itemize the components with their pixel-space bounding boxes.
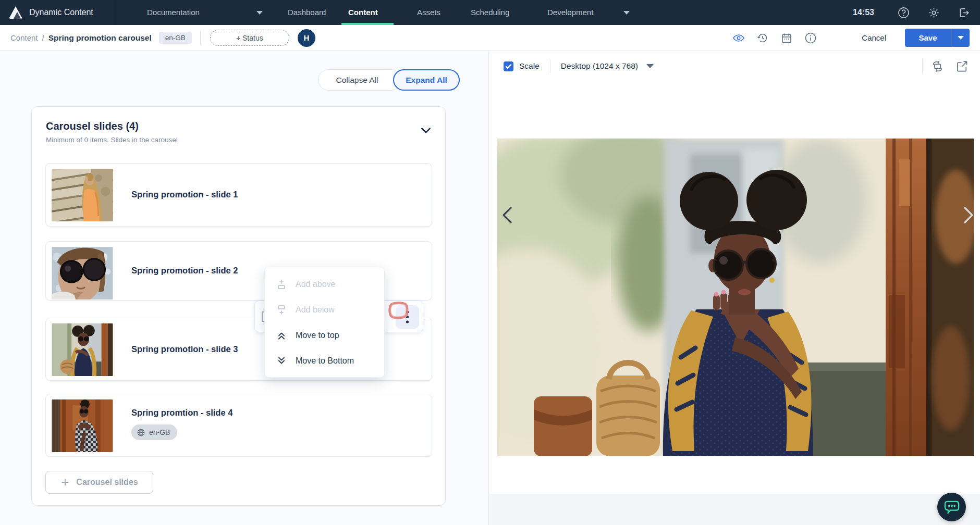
page-title: Spring promotion carousel [48,33,152,43]
card-title: Carousel slides (4) [46,120,139,132]
toolbar-divider [922,59,923,73]
save-button[interactable]: Save [905,29,951,47]
preview-toolbar-actions [922,59,980,73]
documentation-caret-icon[interactable] [256,11,263,15]
header-actions: Cancel Save [732,29,980,47]
support-chat-button[interactable] [937,493,966,521]
dynamic-content-app: Dynamic Content Documentation Dashboard … [0,0,980,525]
avatar[interactable]: H [298,29,315,47]
slide-2-thumbnail [52,247,113,299]
slide-4-thumbnail [52,399,113,452]
slide-kebab-menu-button[interactable] [396,305,419,329]
breadcrumb-root[interactable]: Content [10,33,38,42]
menu-item-move-to-top[interactable]: Move to top [265,322,384,348]
development-caret-icon[interactable] [623,11,630,15]
chevron-right-icon [965,208,972,222]
carousel-prev-arrow[interactable] [497,201,518,230]
double-chevron-down-icon [276,356,287,366]
version-history-icon[interactable] [756,32,769,44]
tab-dashboard[interactable]: Dashboard [288,0,326,25]
amplience-logo-icon[interactable] [8,5,23,20]
menu-item-label: Move to top [296,331,339,340]
menu-item-label: Move to Bottom [296,356,354,366]
menu-development[interactable]: Development [547,0,593,25]
chat-bubble-icon [944,499,960,515]
tab-assets[interactable]: Assets [417,0,440,25]
clock-time: 14:53 [853,0,874,25]
double-chevron-up-icon [276,330,287,341]
menu-item-add-below[interactable]: Add below [265,297,384,322]
menu-item-add-above[interactable]: Add above [265,271,384,297]
header-divider [200,31,201,45]
tab-scheduling[interactable]: Scheduling [471,0,509,25]
menu-item-move-to-bottom[interactable]: Move to Bottom [265,348,384,373]
app-title: Dynamic Content [29,0,93,25]
open-external-icon[interactable] [956,60,969,73]
info-icon[interactable] [804,32,817,44]
plus-icon [60,478,70,487]
slide-title: Spring promtion - slide 4 [131,408,232,418]
preview-image [497,139,974,456]
collapse-section-chevron-icon[interactable] [419,123,433,137]
slide-1-thumbnail [52,169,113,221]
slide-row-1[interactable]: Spring promotion - slide 1 [45,163,432,227]
slide-3-thumbnail [52,323,113,376]
save-options-caret[interactable] [951,29,970,47]
slide-title: Spring promotion - slide 2 [131,266,238,276]
slide-context-menu: Add above Add below Move to top Move to … [264,267,385,378]
menu-item-label: Add above [296,280,336,289]
refresh-preview-icon[interactable] [931,60,944,73]
visualization-panel: Scale Desktop (1024 x 768) [489,51,980,525]
add-status-button[interactable]: + Status [210,30,289,46]
preview-toolbar: Scale Desktop (1024 x 768) [489,51,980,81]
preview-eye-icon[interactable] [732,32,745,44]
help-icon[interactable] [898,7,910,19]
insert-below-icon [276,305,287,315]
collapse-all-button[interactable]: Collapse All [318,69,401,91]
device-select[interactable]: Desktop (1024 x 768) [561,61,654,71]
scale-checkbox[interactable] [504,61,513,71]
menu-item-label: Add below [296,305,335,315]
cancel-button[interactable]: Cancel [862,33,886,42]
content-form-panel: Collapse All Expand All Carousel slides … [0,51,489,525]
chevron-left-icon [504,208,511,222]
slide-title: Spring promotion - slide 3 [131,344,238,354]
settings-gear-icon[interactable] [928,7,940,19]
menu-documentation[interactable]: Documentation [147,0,200,25]
caret-down-icon [958,36,964,40]
caret-down-icon [646,64,654,68]
logout-icon[interactable] [958,7,970,19]
scale-label: Scale [519,61,540,71]
carousel-next-arrow[interactable] [958,201,979,230]
device-select-value: Desktop (1024 x 768) [561,61,638,71]
top-nav-bar: Dynamic Content Documentation Dashboard … [0,0,980,25]
card-subtitle: Minimum of 0 items. Slides in the carous… [46,136,178,144]
topbar-divider [116,0,116,25]
toolbar-divider [550,59,550,73]
add-carousel-slide-button[interactable]: Carousel slides [45,471,153,494]
insert-above-icon [276,279,287,290]
breadcrumb-separator: / [42,33,44,42]
expand-all-button[interactable]: Expand All [393,69,460,91]
check-icon [505,63,512,70]
add-carousel-slide-label: Carousel slides [76,478,138,487]
slide-locale-badge: en-GB [131,424,177,440]
schedule-calendar-icon[interactable] [780,32,793,44]
locale-badge: en-GB [159,32,192,44]
save-split-button: Save [905,29,970,47]
slide-locale-text: en-GB [149,428,170,436]
expand-collapse-control: Collapse All Expand All [318,69,460,91]
tab-content[interactable]: Content [348,0,378,25]
slide-title: Spring promotion - slide 1 [131,190,238,199]
content-header-bar: Content / Spring promotion carousel en-G… [0,25,980,51]
globe-icon [137,428,145,437]
slide-row-4[interactable]: Spring promtion - slide 4 en-GB [45,394,432,457]
